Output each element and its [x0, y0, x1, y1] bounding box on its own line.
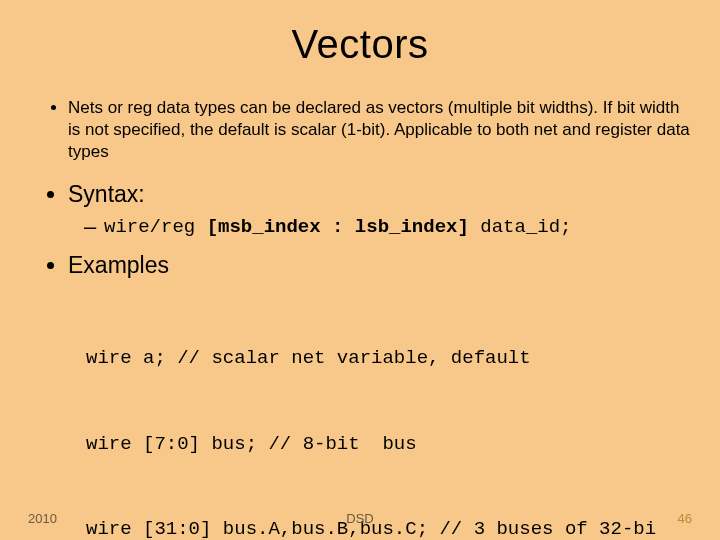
- footer-page-number: 46: [678, 511, 692, 526]
- syntax-line: wire/reg [msb_index : lsb_index] data_id…: [88, 214, 692, 238]
- examples-label: Examples: [68, 252, 169, 278]
- content-list: Nets or reg data types can be declared a…: [46, 97, 692, 279]
- code-line: wire [7:0] bus; // 8-bit bus: [86, 430, 692, 459]
- intro-bullet: Nets or reg data types can be declared a…: [68, 97, 692, 163]
- code-line: wire a; // scalar net variable, default: [86, 344, 692, 373]
- examples-bullet: Examples: [68, 252, 692, 279]
- syntax-bullet: Syntax: wire/reg [msb_index : lsb_index]…: [68, 181, 692, 238]
- syntax-code-prefix: wire/reg: [104, 216, 207, 238]
- syntax-code-bold: [msb_index : lsb_index]: [207, 216, 469, 238]
- examples-code-block: wire a; // scalar net variable, default …: [86, 287, 692, 540]
- slide: Vectors Nets or reg data types can be de…: [0, 0, 720, 540]
- syntax-sublist: wire/reg [msb_index : lsb_index] data_id…: [68, 214, 692, 238]
- syntax-code-suffix: data_id;: [469, 216, 572, 238]
- slide-title: Vectors: [28, 22, 692, 67]
- footer-center: DSD: [0, 511, 720, 526]
- syntax-label: Syntax:: [68, 181, 145, 207]
